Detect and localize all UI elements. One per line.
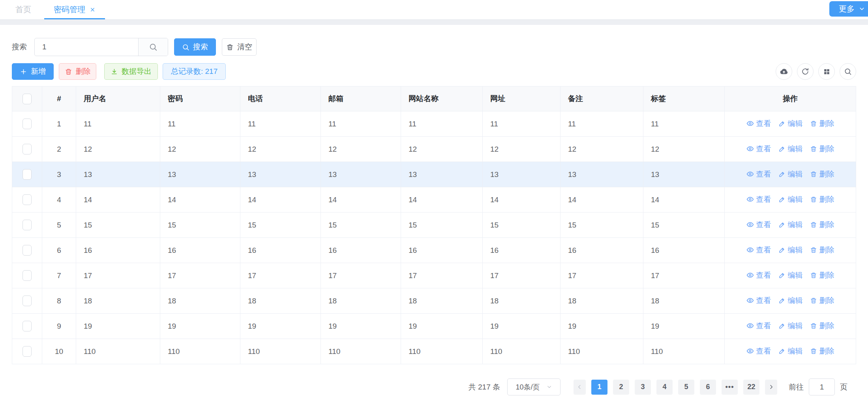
view-link[interactable]: 查看 (746, 220, 771, 230)
edit-link[interactable]: 编辑 (778, 270, 803, 280)
view-link[interactable]: 查看 (746, 295, 771, 306)
page-button-3[interactable]: 3 (635, 380, 651, 395)
prev-page-button[interactable] (574, 380, 586, 395)
add-button[interactable]: 新增 (12, 63, 54, 80)
table-row: 31313131313131313查看编辑删除 (12, 162, 856, 187)
delete-link[interactable]: 删除 (810, 220, 834, 230)
pagination-bar: 共 217 条 10条/页 123456•••22 前往 页 (12, 378, 856, 395)
eye-icon (746, 347, 754, 355)
delete-link[interactable]: 删除 (810, 346, 834, 356)
view-link[interactable]: 查看 (746, 144, 771, 154)
view-link[interactable]: 查看 (746, 194, 771, 205)
row-index-cell: 4 (42, 187, 76, 213)
page-button-22[interactable]: 22 (743, 380, 759, 395)
page-button-1[interactable]: 1 (591, 380, 607, 395)
row-checkbox[interactable] (22, 194, 32, 205)
delete-link[interactable]: 删除 (810, 270, 834, 280)
view-link[interactable]: 查看 (746, 169, 771, 179)
pencil-icon (778, 145, 786, 152)
search-input-addon[interactable] (138, 38, 168, 56)
table-body: 11111111111111111查看编辑删除21212121212121212… (12, 111, 856, 364)
pager-ellipsis[interactable]: ••• (722, 380, 738, 395)
pencil-icon (778, 221, 786, 228)
delete-link[interactable]: 删除 (810, 321, 834, 331)
row-checkbox[interactable] (22, 220, 32, 230)
row-checkbox[interactable] (22, 144, 32, 154)
edit-link[interactable]: 编辑 (778, 119, 803, 129)
row-cell: 18 (483, 288, 561, 314)
next-page-button[interactable] (765, 380, 777, 395)
column-header-remark: 备注 (561, 87, 643, 111)
delete-link[interactable]: 删除 (810, 194, 834, 205)
tab-password-management[interactable]: 密码管理 (44, 0, 105, 19)
row-cell: 13 (643, 162, 725, 187)
row-cell: 11 (401, 111, 483, 137)
pencil-icon (778, 348, 786, 355)
grid-icon (823, 68, 831, 75)
row-cell: 16 (561, 238, 643, 263)
edit-link[interactable]: 编辑 (778, 295, 803, 306)
search-row: 搜索 搜索 清空 (12, 38, 856, 56)
tab-close-icon[interactable] (90, 7, 96, 13)
delete-link[interactable]: 删除 (810, 169, 834, 179)
page-button-6[interactable]: 6 (700, 380, 716, 395)
column-header-username: 用户名 (76, 87, 160, 111)
search-input[interactable] (35, 38, 138, 56)
clear-button[interactable]: 清空 (222, 38, 257, 56)
delete-button[interactable]: 删除 (59, 63, 96, 80)
page-size-select[interactable]: 10条/页 (507, 378, 561, 395)
more-button[interactable]: 更多 (829, 1, 868, 17)
edit-link[interactable]: 编辑 (778, 144, 803, 154)
view-link[interactable]: 查看 (746, 270, 771, 280)
table-row: 71717171717171717查看编辑删除 (12, 263, 856, 288)
edit-link[interactable]: 编辑 (778, 220, 803, 230)
row-checkbox[interactable] (22, 245, 32, 256)
refresh-button[interactable] (797, 63, 814, 80)
column-header-index: # (42, 87, 76, 111)
edit-link[interactable]: 编辑 (778, 321, 803, 331)
row-cell: 19 (240, 314, 321, 339)
row-checkbox[interactable] (22, 270, 32, 281)
row-cell: 11 (561, 111, 643, 137)
table-search-button[interactable] (840, 63, 856, 80)
view-link[interactable]: 查看 (746, 245, 771, 255)
delete-link[interactable]: 删除 (810, 295, 834, 306)
view-link[interactable]: 查看 (746, 119, 771, 129)
delete-link[interactable]: 删除 (810, 144, 834, 154)
page-button-4[interactable]: 4 (656, 380, 673, 395)
row-checkbox[interactable] (22, 119, 32, 129)
columns-button[interactable] (818, 63, 835, 80)
row-checkbox[interactable] (22, 295, 32, 306)
eye-icon (746, 221, 754, 228)
delete-link[interactable]: 删除 (810, 245, 834, 255)
row-checkbox[interactable] (22, 346, 32, 357)
edit-link[interactable]: 编辑 (778, 346, 803, 356)
export-button[interactable]: 数据导出 (104, 63, 158, 80)
edit-link[interactable]: 编辑 (778, 245, 803, 255)
eye-icon (746, 322, 754, 329)
upload-button[interactable] (776, 63, 792, 80)
tab-home[interactable]: 首页 (8, 0, 39, 19)
edit-link[interactable]: 编辑 (778, 194, 803, 205)
row-checkbox[interactable] (22, 169, 32, 180)
select-all-checkbox[interactable] (22, 94, 32, 104)
goto-page-input[interactable] (809, 378, 835, 395)
edit-link[interactable]: 编辑 (778, 169, 803, 179)
row-cell: 16 (240, 238, 321, 263)
row-cell: 110 (321, 339, 401, 364)
pencil-icon (778, 322, 786, 329)
row-cell: 13 (483, 162, 561, 187)
page-button-5[interactable]: 5 (678, 380, 694, 395)
search-button-label: 搜索 (193, 42, 208, 52)
view-link[interactable]: 查看 (746, 321, 771, 331)
page-button-2[interactable]: 2 (613, 380, 629, 395)
row-index-cell: 3 (42, 162, 76, 187)
row-checkbox[interactable] (22, 321, 32, 331)
search-button[interactable]: 搜索 (174, 38, 216, 56)
eye-icon (746, 120, 754, 127)
view-link[interactable]: 查看 (746, 346, 771, 356)
column-header-tag: 标签 (643, 87, 725, 111)
delete-link[interactable]: 删除 (810, 119, 834, 129)
row-cell: 19 (483, 314, 561, 339)
search-icon (844, 68, 852, 75)
